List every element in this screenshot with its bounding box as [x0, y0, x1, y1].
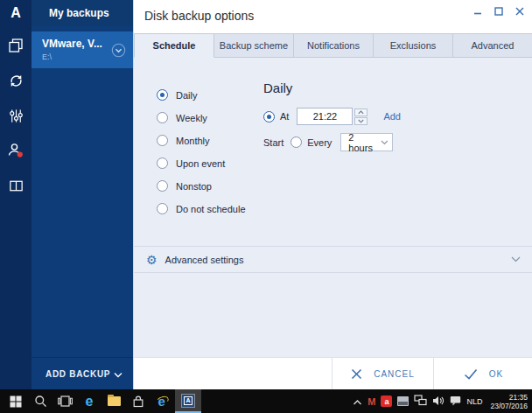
radio-nonstop[interactable]: Nonstop: [157, 175, 246, 197]
help-nav-button[interactable]: [0, 170, 32, 205]
clone-backups-icon: [7, 37, 24, 58]
radio-nonstop-label: Nonstop: [176, 181, 212, 192]
settings-nav-button[interactable]: [0, 100, 32, 135]
at-label: At: [280, 111, 289, 122]
nav-rail: A: [0, 0, 32, 389]
tab-schedule[interactable]: Schedule: [134, 33, 214, 58]
start-label: Start: [263, 137, 284, 148]
daily-settings-panel: Daily At 21:22 Add: [263, 80, 517, 151]
ok-button[interactable]: OK: [433, 358, 532, 390]
taskbar-search-button[interactable]: [28, 389, 52, 413]
network-icon[interactable]: [414, 394, 427, 410]
add-time-link[interactable]: Add: [383, 111, 401, 122]
sync-nav-button[interactable]: [0, 65, 32, 100]
radio-weekly[interactable]: Weekly: [157, 107, 246, 129]
tab-notifications[interactable]: Notifications: [294, 33, 374, 58]
backup-item-chevron-icon[interactable]: [111, 43, 126, 61]
book-icon: [8, 178, 24, 198]
show-hidden-icons-button[interactable]: [353, 394, 362, 410]
every-label: Every: [307, 137, 332, 148]
options-tabs: Schedule Backup scheme Notifications Exc…: [134, 33, 532, 58]
tray-display-icon[interactable]: [397, 396, 409, 406]
internet-explorer-button[interactable]: e: [150, 389, 175, 413]
add-backup-chevron-icon: [114, 366, 122, 382]
edge-taskbar-button[interactable]: e: [77, 389, 102, 413]
radio-upon-event[interactable]: Upon event: [157, 152, 246, 174]
radio-nonstop-control[interactable]: [157, 180, 168, 192]
radio-do-not-schedule-control[interactable]: [157, 203, 168, 214]
language-indicator[interactable]: NLD: [466, 397, 482, 406]
advanced-settings-row[interactable]: ⚙ Advanced settings: [134, 246, 532, 273]
time-spinner-down-button[interactable]: [354, 117, 368, 125]
backups-nav-button[interactable]: [0, 30, 32, 65]
radio-upon-event-control[interactable]: [157, 158, 168, 169]
time-spinner-up-button[interactable]: [354, 108, 368, 116]
search-icon: [34, 395, 47, 408]
acronis-app-icon: A: [181, 394, 195, 408]
windows-logo-icon: [10, 396, 22, 408]
desktop: A: [0, 0, 532, 413]
window-controls: [472, 6, 525, 17]
sync-icon: [8, 73, 24, 93]
start-button[interactable]: [4, 389, 28, 413]
acronis-taskbar-button[interactable]: A: [175, 389, 201, 413]
add-backup-button[interactable]: ADD BACKUP: [32, 357, 133, 389]
radio-daily-label: Daily: [176, 90, 197, 101]
file-explorer-icon: [108, 396, 121, 406]
cancel-x-icon: [351, 368, 362, 380]
gear-icon: ⚙: [146, 254, 158, 266]
advanced-chevron-down-icon: [511, 256, 521, 262]
backup-item-vmware[interactable]: VMware, V... E:\: [32, 32, 133, 68]
taskbar-clock[interactable]: 21:35 23/07/2016: [490, 393, 528, 410]
schedule-tab-panel: Daily Weekly Monthly Upon event Nonstop: [134, 58, 532, 357]
clock-date: 23/07/2016: [490, 402, 528, 410]
ok-label: OK: [489, 369, 503, 379]
add-backup-label: ADD BACKUP: [46, 369, 114, 379]
radio-weekly-control[interactable]: [157, 112, 168, 123]
windows-taskbar: e e A M a: [0, 389, 532, 413]
radio-do-not-schedule[interactable]: Do not schedule: [157, 198, 246, 220]
close-button[interactable]: [514, 6, 525, 17]
backups-sidebar: My backups VMware, V... E:\ ADD BACKUP: [32, 0, 133, 389]
radio-every-control[interactable]: [290, 136, 302, 148]
dialog-title: Disk backup options: [144, 9, 254, 23]
volume-icon[interactable]: [432, 394, 444, 410]
radio-monthly[interactable]: Monthly: [157, 130, 246, 151]
radio-daily-control[interactable]: [157, 89, 168, 101]
time-input[interactable]: 21:22: [297, 108, 353, 125]
frequency-radio-group: Daily Weekly Monthly Upon event Nonstop: [157, 84, 246, 220]
tab-advanced[interactable]: Advanced: [453, 33, 532, 58]
interval-select[interactable]: 2 hours: [340, 133, 393, 151]
maximize-button[interactable]: [494, 6, 504, 17]
ok-check-icon: [464, 368, 478, 380]
action-center-icon[interactable]: [450, 394, 461, 410]
tray-red-app-icon[interactable]: a: [381, 396, 392, 407]
radio-at-control[interactable]: [263, 111, 275, 122]
task-view-icon: [58, 396, 73, 407]
tab-exclusions[interactable]: Exclusions: [374, 33, 453, 58]
sidebar-header: My backups: [32, 0, 133, 26]
radio-weekly-label: Weekly: [176, 113, 207, 123]
file-explorer-button[interactable]: [102, 389, 126, 413]
advanced-settings-label: Advanced settings: [165, 255, 511, 265]
radio-monthly-control[interactable]: [157, 135, 168, 146]
account-nav-button[interactable]: [0, 135, 32, 170]
sliders-icon: [8, 108, 24, 128]
tray-m-app-icon[interactable]: M: [368, 396, 375, 407]
store-button[interactable]: [126, 389, 150, 413]
tab-backup-scheme[interactable]: Backup scheme: [214, 33, 294, 58]
select-chevron-icon: [381, 140, 388, 145]
radio-daily[interactable]: Daily: [157, 84, 246, 106]
minimize-button[interactable]: [472, 6, 483, 17]
daily-at-row: At 21:22 Add: [263, 108, 517, 125]
task-view-button[interactable]: [52, 389, 77, 413]
internet-explorer-icon: e: [156, 394, 171, 409]
daily-heading: Daily: [263, 80, 517, 95]
clock-time: 21:35: [490, 393, 528, 402]
system-tray: M a NLD: [353, 393, 532, 410]
interval-value: 2 hours: [348, 132, 380, 153]
cancel-label: CANCEL: [374, 369, 415, 379]
daily-every-row: Start Every 2 hours: [263, 133, 517, 151]
cancel-button[interactable]: CANCEL: [332, 358, 433, 390]
disk-backup-options-dialog: Disk backup options Schedule Backup sch: [133, 0, 532, 389]
